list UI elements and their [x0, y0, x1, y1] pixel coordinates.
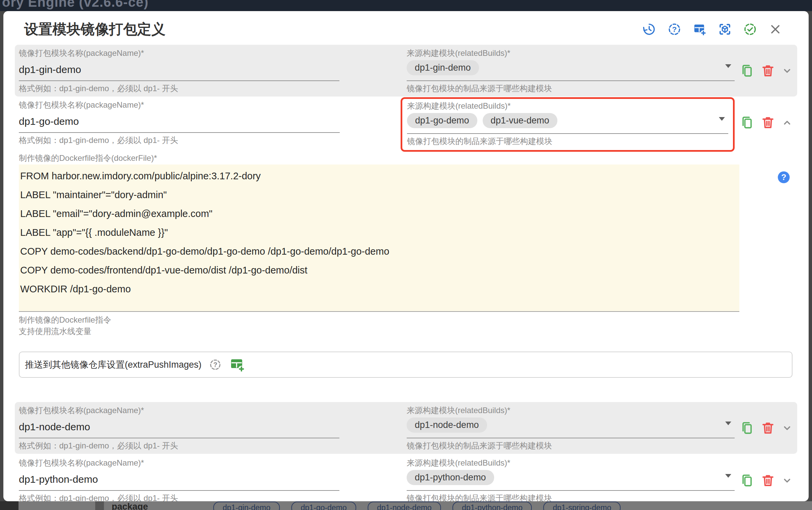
delete-row-button[interactable]	[760, 420, 776, 436]
scan-cube-icon	[718, 22, 732, 36]
expand-row-button[interactable]	[781, 64, 793, 77]
related-builds-hint: 镜像打包模块的制品来源于哪些构建模块	[407, 493, 735, 501]
input-underline	[407, 438, 735, 438]
dockerfile-help-button[interactable]: ?	[776, 170, 791, 185]
dropdown-caret-icon[interactable]	[725, 64, 731, 68]
expand-row-button[interactable]	[781, 422, 793, 434]
trash-icon	[760, 115, 776, 130]
related-builds-label: 来源构建模块(relatedBuilds)*	[407, 405, 735, 416]
input-underline	[19, 132, 340, 133]
input-underline	[407, 80, 735, 81]
dialog-toolbar: ?	[642, 22, 782, 36]
package-name-field: 镜像打包模块名称(packageName)* dp1-python-demo 格…	[19, 457, 339, 501]
dockerfile-hint-line2: 支持使用流水线变量	[19, 326, 793, 337]
preview-module-button[interactable]	[718, 22, 732, 36]
package-name-input[interactable]: dp1-go-demo	[19, 114, 340, 129]
check-circle-icon	[743, 22, 757, 36]
related-builds-hint: 镜像打包模块的制品来源于哪些构建模块	[407, 83, 735, 94]
package-name-hint: 格式例如：dp1-gin-demo，必须以 dp1- 开头	[19, 83, 339, 94]
package-name-field: 镜像打包模块名称(packageName)* dp1-gin-demo 格式例如…	[19, 48, 339, 94]
related-builds-select[interactable]: 来源构建模块(relatedBuilds)* dp1-gin-demo 镜像打包…	[407, 48, 735, 94]
related-builds-label: 来源构建模块(relatedBuilds)*	[407, 458, 735, 468]
package-name-hint: 格式例如：dp1-gin-demo，必须以 dp1- 开头	[19, 135, 340, 146]
background-package-chips: dp1-gin-demo dp1-go-demo dp1-node-demo d…	[213, 502, 620, 510]
package-name-input[interactable]: dp1-node-demo	[19, 420, 339, 434]
package-definition-dialog: 设置模块镜像打包定义 ?	[3, 11, 809, 501]
question-circle-icon: ?	[776, 170, 791, 185]
dropdown-caret-icon[interactable]	[719, 117, 725, 121]
related-build-chip: dp1-python-demo	[407, 470, 494, 485]
close-button[interactable]	[768, 22, 782, 36]
related-build-chip: dp1-vue-demo	[483, 113, 557, 128]
help-icon: ?	[667, 22, 682, 36]
related-builds-select[interactable]: 来源构建模块(relatedBuilds)* dp1-python-demo 镜…	[407, 457, 735, 501]
package-name-label: 镜像打包模块名称(packageName)*	[19, 405, 339, 416]
copy-icon	[740, 420, 755, 436]
copy-row-button[interactable]	[740, 420, 755, 436]
package-name-label: 镜像打包模块名称(packageName)*	[19, 458, 339, 468]
dockerfile-textarea[interactable]: FROM harbor.new.imdory.com/public/alpine…	[19, 165, 740, 312]
trash-icon	[760, 473, 776, 488]
package-name-input[interactable]: dp1-gin-demo	[19, 62, 339, 77]
package-row: 镜像打包模块名称(packageName)* dp1-go-demo 格式例如：…	[15, 96, 797, 148]
input-underline	[19, 490, 339, 491]
copy-row-button[interactable]	[740, 473, 755, 488]
screen: ory Engine (v2.6.6-ce) package dp1-gin-d…	[0, 0, 812, 510]
dropdown-caret-icon[interactable]	[725, 474, 731, 478]
related-builds-select-highlighted[interactable]: 来源构建模块(relatedBuilds)* dp1-go-demo dp1-v…	[401, 97, 735, 152]
related-build-chip: dp1-node-demo	[407, 418, 487, 433]
help-button[interactable]: ?	[667, 22, 682, 36]
svg-text:?: ?	[781, 173, 786, 182]
chevron-up-icon	[781, 116, 793, 129]
dropdown-caret-icon[interactable]	[725, 422, 731, 425]
package-name-label: 镜像打包模块名称(packageName)*	[19, 48, 339, 58]
input-underline	[407, 490, 735, 491]
background-sidebar-fragment	[0, 501, 19, 510]
copy-icon	[740, 63, 755, 78]
extra-push-help-button[interactable]: ?	[209, 358, 222, 371]
package-name-hint: 格式例如：dp1-gin-demo，必须以 dp1- 开头	[19, 441, 339, 451]
close-icon	[768, 22, 782, 36]
input-underline	[407, 133, 728, 134]
dockerfile-section: 制作镜像的Dockerfile指令(dockerFile)* FROM harb…	[19, 153, 793, 337]
delete-row-button[interactable]	[760, 63, 776, 78]
add-table-green-icon	[229, 357, 245, 373]
delete-row-button[interactable]	[760, 115, 776, 130]
package-row: 镜像打包模块名称(packageName)* dp1-node-demo 格式例…	[15, 402, 797, 454]
add-module-button[interactable]	[693, 22, 707, 36]
background-chip: dp1-go-demo	[291, 502, 356, 510]
background-chip: dp1-spring-demo	[543, 502, 620, 510]
chevron-down-icon	[781, 422, 793, 434]
svg-text:?: ?	[672, 25, 677, 34]
extra-push-images-box: 推送到其他镜像仓库设置(extraPushImages) ?	[19, 351, 792, 378]
related-builds-select[interactable]: 来源构建模块(relatedBuilds)* dp1-node-demo 镜像打…	[407, 405, 735, 451]
extra-push-images-label: 推送到其他镜像仓库设置(extraPushImages)	[25, 359, 202, 371]
related-build-chip: dp1-gin-demo	[407, 60, 479, 75]
background-app-bar: ory Engine (v2.6.6-ce)	[0, 0, 812, 11]
copy-row-button[interactable]	[740, 63, 755, 78]
history-icon	[642, 22, 656, 36]
confirm-button[interactable]	[743, 22, 757, 36]
chevron-down-icon	[781, 474, 793, 486]
related-builds-label: 来源构建模块(relatedBuilds)*	[407, 101, 728, 111]
copy-row-button[interactable]	[740, 115, 755, 130]
background-page-row: package dp1-gin-demo dp1-go-demo dp1-nod…	[0, 501, 812, 510]
package-row: 镜像打包模块名称(packageName)* dp1-gin-demo 格式例如…	[15, 45, 797, 96]
copy-icon	[740, 473, 755, 488]
question-dashed-icon: ?	[209, 358, 222, 371]
background-app-title: ory Engine (v2.6.6-ce)	[2, 0, 812, 10]
expand-row-button[interactable]	[781, 474, 793, 486]
dialog-header: 设置模块镜像打包定义 ?	[24, 20, 782, 39]
add-extra-push-button[interactable]	[229, 357, 245, 373]
package-name-input[interactable]: dp1-python-demo	[19, 472, 339, 487]
background-chip: dp1-python-demo	[453, 502, 532, 510]
package-name-label: 镜像打包模块名称(packageName)*	[19, 100, 340, 110]
background-divider	[95, 501, 104, 510]
history-button[interactable]	[642, 22, 656, 36]
package-name-field: 镜像打包模块名称(packageName)* dp1-go-demo 格式例如：…	[19, 99, 340, 146]
collapse-row-button[interactable]	[781, 116, 793, 129]
delete-row-button[interactable]	[760, 473, 776, 488]
dockerfile-label: 制作镜像的Dockerfile指令(dockerFile)*	[19, 153, 793, 163]
add-table-icon	[693, 22, 707, 36]
related-build-chip: dp1-go-demo	[407, 113, 477, 128]
